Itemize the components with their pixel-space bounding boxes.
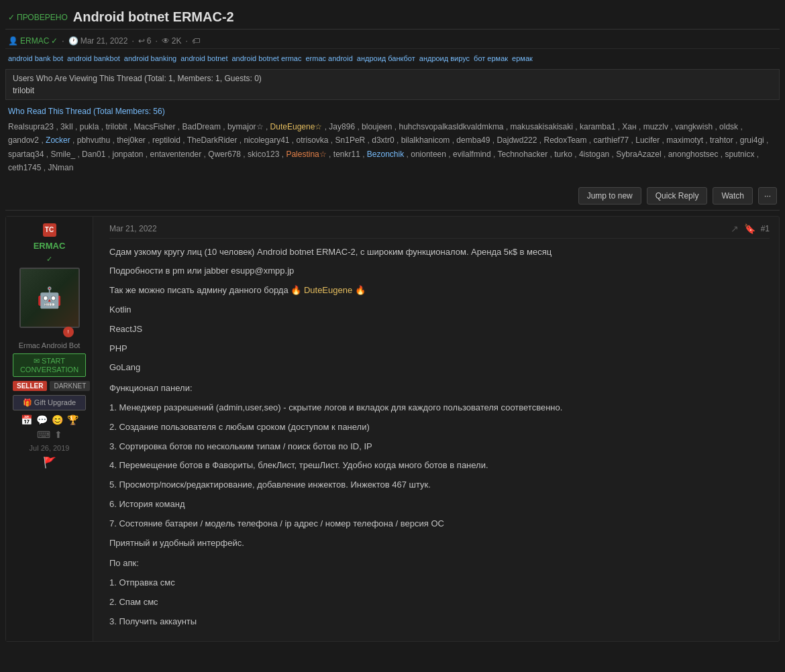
share-icon[interactable]: ↗ [731,223,739,234]
member-nicolegary41[interactable]: nicolegary41 [244,135,289,145]
member-sybraazazel[interactable]: SybraAzazel [616,150,661,159]
member-onionteen[interactable]: onionteen [411,150,446,159]
member-thej0ker[interactable]: thej0ker [117,135,146,145]
apk-item-1: 1. Отправка смс [109,576,770,590]
member-zocker[interactable]: Zocker [46,135,70,145]
member-otrisovka[interactable]: otrisovka [297,135,329,145]
member-realsupra23[interactable]: Realsupra23 [8,122,54,131]
author-link[interactable]: ERMAC [20,36,49,46]
username[interactable]: ERMAC [34,241,66,251]
tag-2[interactable]: android banking [124,54,176,62]
member-carthief77[interactable]: carthief77 [594,135,629,145]
member-jay896[interactable]: Jay896 [329,122,355,131]
member-bymajor[interactable]: bymajor☆ [227,122,264,131]
tag-0[interactable]: android bank bot [8,54,63,62]
seller-badge: SELLER [13,381,47,391]
viewers-title: Users Who Are Viewing This Thread (Total… [13,74,772,83]
member-vangkwish[interactable]: vangkwish [675,122,713,131]
tag-3[interactable]: android botnet [180,54,227,62]
member-muzzlv[interactable]: muzzlv [643,122,668,131]
member-dajdwd222[interactable]: Dajdwd222 [496,135,537,145]
member-tenkr11[interactable]: tenkr11 [333,150,360,159]
member-bloujeen[interactable]: bloujeen [362,122,392,131]
member-anonghostsec[interactable]: anonghostsec [668,150,719,159]
member-sputnicx[interactable]: sputnicx [725,150,754,159]
lang-php: PHP [109,342,770,356]
member-3kil[interactable]: 3kIl [60,122,73,131]
member-karamba1[interactable]: karamba1 [580,122,615,131]
chat-icon[interactable]: 💬 [36,414,48,425]
panel-item-4: 4. Перемещение ботов в Фавориты, блекЛис… [109,459,770,473]
member-skico123[interactable]: skico123 [248,150,279,159]
replies-meta: ↩ 6 [138,36,152,46]
member-thedarkrider[interactable]: TheDarkRider [187,135,238,145]
member-redoxteam[interactable]: RedoxTeam [543,135,586,145]
member-demba49[interactable]: demba49 [456,135,490,145]
member-evilalfmind[interactable]: evilalfmind [453,150,491,159]
member-bilalkhanicom[interactable]: bilalkhanicom [401,135,450,145]
watch-button[interactable]: Watch [713,187,753,205]
verified-badge: ✓ ПРОВЕРЕНО [8,13,68,22]
member-spartaq34[interactable]: spartaq34 [8,150,44,159]
member-technohacker[interactable]: Technohacker [497,150,547,159]
member-duteeugene[interactable]: DuteEugene☆ [270,122,323,131]
member-sn1per[interactable]: Sn1PeR [335,135,366,145]
member-macsfisher[interactable]: MacsFisher [134,122,176,131]
user-icon: 👤 [8,36,18,46]
quick-reply-button[interactable]: Quick Reply [647,187,708,205]
join-date: Jul 26, 2019 [30,444,70,452]
member-trilobit[interactable]: trilobit [105,122,127,131]
member-grui4gi[interactable]: grui4gi [740,135,764,145]
member-reptiloid[interactable]: reptiloid [152,135,180,145]
member-oldsk[interactable]: oldsk [719,122,738,131]
jump-to-new-button[interactable]: Jump to new [578,187,641,205]
member-maximotyt[interactable]: maximotyt [666,135,703,145]
member-entaventender[interactable]: entaventender [150,150,202,159]
member-palestina[interactable]: Palestina☆ [286,150,326,159]
member-jonpaton[interactable]: jonpaton [112,150,143,159]
member-makusakisakisaki[interactable]: makusakisakisaki [511,122,573,131]
member-pukla[interactable]: pukla [80,122,99,131]
contact-text: Так же можно писать админу данного борда… [109,284,770,298]
member-d3xtr0[interactable]: d3xtr0 [372,135,394,145]
member-han[interactable]: Хан [622,122,636,131]
member-bezonchik[interactable]: Bezonchik [367,150,404,159]
tag-9[interactable]: ермак [512,54,533,62]
member-pbhvuthu[interactable]: pbhvuthu [77,135,110,145]
avatar-badge: ! [63,327,74,337]
start-conversation-button[interactable]: ✉ START CONVERSATION [13,353,86,377]
member-gandov2[interactable]: gandov2 [8,135,39,145]
calendar-icon[interactable]: 📅 [21,414,32,425]
who-read-title[interactable]: Who Read This Thread (Total Members: 56) [8,107,777,116]
tag-1[interactable]: android bankbot [67,54,120,62]
member-qwer678[interactable]: Qwer678 [208,150,241,159]
member-smile[interactable]: Smile_ [50,150,75,159]
tag-6[interactable]: андроид банкбот [357,54,415,62]
replies-count: 6 [147,36,152,46]
tag-5[interactable]: ermac android [305,54,352,62]
tag-4[interactable]: android botnet ermac [232,54,302,62]
more-button[interactable]: ··· [758,187,777,205]
tag-8[interactable]: бот ермак [474,54,508,62]
gift-upgrade-button[interactable]: 🎁 Gift Upgrade [13,395,86,410]
emoji-icon[interactable]: 😊 [52,414,63,425]
member-ceth1745[interactable]: ceth1745 [8,163,41,172]
post-body: Сдам узкому кругу лиц (10 человек) Andro… [109,245,770,629]
tag-7[interactable]: андроид вирус [419,54,470,62]
panel-item-6: 6. История команд [109,498,770,512]
reply-icon: ↩ [138,36,145,46]
trophy-icon[interactable]: 🏆 [67,414,78,425]
avatar-image: 🤖 [21,268,78,328]
bookmark-icon[interactable]: 🔖 [744,223,755,234]
member-lucifer[interactable]: Lucifer [635,135,660,145]
member-turko[interactable]: turko [554,150,572,159]
admin-link[interactable]: DuteEugene [304,285,352,295]
member-baddream[interactable]: BadDream [182,122,221,131]
member-huhch[interactable]: huhchsvopalkasldkvaldmkma [399,122,503,131]
member-jnman[interactable]: JNman [48,163,73,172]
keyboard-icon[interactable]: ⌨ [37,429,50,440]
member-trahtor[interactable]: trahtor [710,135,733,145]
upload-icon[interactable]: ⬆ [54,429,62,440]
member-4istogan[interactable]: 4istogan [579,150,609,159]
member-dan01[interactable]: Dan01 [82,150,105,159]
